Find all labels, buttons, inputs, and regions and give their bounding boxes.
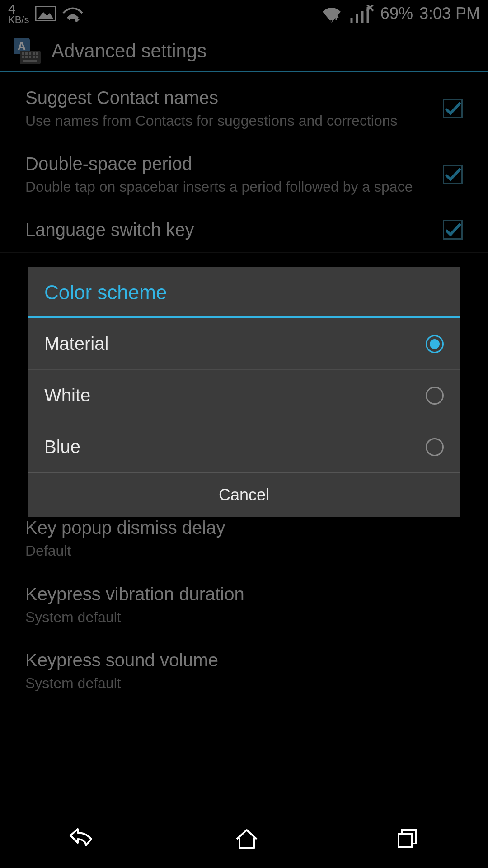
dialog-title: Color scheme	[28, 267, 460, 316]
option-label: Blue	[44, 437, 80, 457]
home-button[interactable]	[235, 828, 258, 850]
dialog-button-bar: Cancel	[28, 472, 460, 517]
option-blue[interactable]: Blue	[28, 421, 460, 472]
option-material[interactable]: Material	[28, 318, 460, 370]
screen: 4 KB/s	[0, 0, 488, 868]
color-scheme-dialog: Color scheme Material White Blue Cancel	[28, 267, 460, 517]
option-label: Material	[44, 334, 108, 354]
back-button[interactable]	[69, 828, 98, 850]
radio-unselected-icon	[426, 438, 444, 456]
navigation-bar	[0, 810, 488, 868]
dialog-options-list: Material White Blue	[28, 318, 460, 472]
radio-unselected-icon	[426, 387, 444, 405]
recent-apps-button[interactable]	[396, 828, 419, 850]
option-white[interactable]: White	[28, 370, 460, 421]
cancel-button[interactable]: Cancel	[28, 473, 460, 517]
option-label: White	[44, 385, 90, 406]
svg-rect-23	[399, 834, 412, 847]
radio-selected-icon	[426, 335, 444, 353]
